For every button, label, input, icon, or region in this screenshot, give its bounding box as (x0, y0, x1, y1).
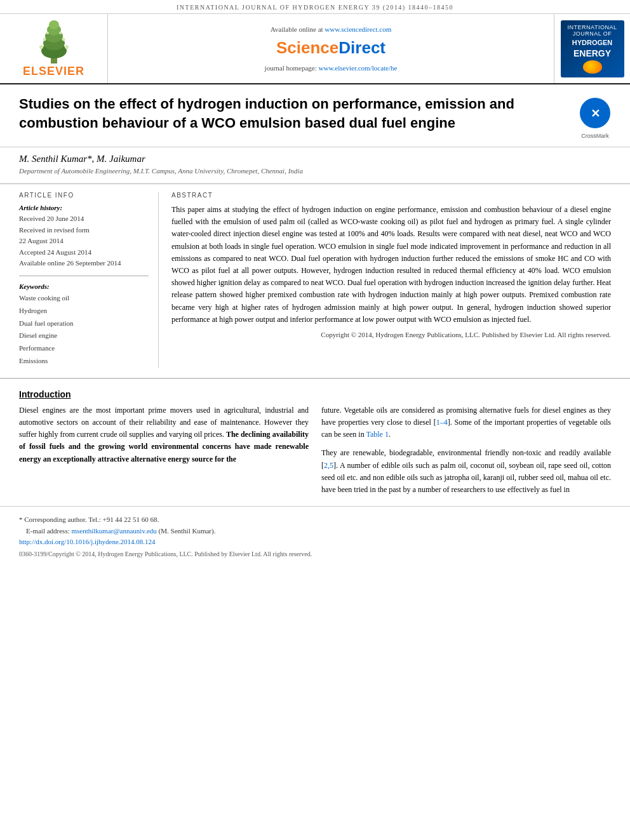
article-info-column: ARTICLE INFO Article history: Received 2… (19, 192, 159, 368)
journal-badge-section: International Journal of HYDROGEN ENERGY (554, 14, 630, 83)
intro-heading: Introduction (19, 389, 611, 399)
svg-point-10 (46, 32, 49, 34)
svg-point-8 (43, 38, 46, 41)
abstract-heading: ABSTRACT (171, 192, 611, 199)
introduction-section: Introduction Diesel engines are the most… (0, 378, 630, 496)
sciencedirect-link[interactable]: www.sciencedirect.com (325, 25, 391, 33)
intro-left-text: Diesel engines are the most important pr… (19, 404, 309, 465)
elsevier-tree-icon (29, 19, 79, 63)
keyword-5: Performance (19, 342, 149, 355)
keyword-2: Hydrogen (19, 305, 149, 317)
svg-point-9 (62, 38, 65, 41)
crossmark-badge: ✕ CrossMark (579, 97, 611, 139)
sciencedirect-logo: ScienceDirect (276, 38, 385, 58)
elsevier-wordmark: ELSEVIER (23, 65, 84, 78)
badge-name1: HYDROGEN (572, 39, 613, 47)
abstract-copyright: Copyright © 2014, Hydrogen Energy Public… (171, 331, 611, 338)
elsevier-logo-section: ELSEVIER (0, 14, 108, 83)
svg-point-7 (65, 45, 69, 49)
abstract-text: This paper aims at studying the effect o… (171, 204, 611, 326)
intro-right-text1: future. Vegetable oils are considered as… (321, 404, 611, 441)
journal-homepage-link: journal homepage: www.elsevier.com/locat… (265, 64, 398, 72)
article-title: Studies on the effect of hydrogen induct… (19, 95, 566, 132)
authors: M. Senthil Kumar*, M. Jaikumar (19, 154, 611, 164)
email-link[interactable]: msenthilkumar@annauniv.edu (71, 527, 156, 535)
keyword-6: Emissions (19, 355, 149, 368)
ref-1-4-link[interactable]: 1–4 (436, 418, 448, 427)
keywords-label: Keywords: (19, 283, 149, 290)
article-body-two-col: ARTICLE INFO Article history: Received 2… (0, 183, 630, 368)
history-label: Article history: (19, 204, 149, 211)
intro-columns: Diesel engines are the most important pr… (19, 404, 611, 496)
available-online-text: Available online at www.sciencedirect.co… (271, 25, 392, 33)
keywords-list: Waste cooking oil Hydrogen Dual fuel ope… (19, 292, 149, 368)
authors-section: M. Senthil Kumar*, M. Jaikumar Departmen… (0, 147, 630, 177)
sciencedirect-section: Available online at www.sciencedirect.co… (108, 14, 554, 83)
footer-doi: http://dx.doi.org/10.1016/j.ijhydene.201… (19, 537, 611, 548)
table1-link[interactable]: Table 1 (366, 430, 388, 439)
banner: ELSEVIER Available online at www.science… (0, 14, 630, 84)
footer-corresponding-note: * Corresponding author. Tel.: +91 44 22 … (19, 514, 611, 526)
footer-section: * Corresponding author. Tel.: +91 44 22 … (0, 506, 630, 563)
badge-circle-icon (583, 60, 602, 73)
keyword-1: Waste cooking oil (19, 292, 149, 305)
abstract-column: ABSTRACT This paper aims at studying the… (171, 192, 611, 368)
crossmark-icon: ✕ (579, 97, 611, 129)
article-info-heading: ARTICLE INFO (19, 192, 149, 199)
keyword-3: Dual fuel operation (19, 317, 149, 330)
affiliation: Department of Automobile Engineering, M.… (19, 167, 611, 175)
keyword-4: Diesel engine (19, 330, 149, 342)
svg-text:✕: ✕ (591, 107, 600, 120)
journal-badge: International Journal of HYDROGEN ENERGY (561, 20, 624, 77)
badge-subtitle: International Journal of (565, 24, 620, 38)
badge-name2: ENERGY (573, 48, 611, 58)
journal-header: INTERNATIONAL JOURNAL OF HYDROGEN ENERGY… (0, 0, 630, 14)
divider (19, 276, 149, 276)
received-date: Received 20 June 2014 Received in revise… (19, 213, 149, 269)
svg-point-5 (49, 20, 59, 29)
intro-left-col: Diesel engines are the most important pr… (19, 404, 309, 496)
article-title-section: Studies on the effect of hydrogen induct… (0, 84, 630, 147)
intro-right-col: future. Vegetable oils are considered as… (321, 404, 611, 496)
footer-copyright: 0360-3199/Copyright © 2014, Hydrogen Ene… (19, 550, 611, 557)
doi-link[interactable]: http://dx.doi.org/10.1016/j.ijhydene.201… (19, 538, 156, 545)
svg-point-11 (59, 32, 62, 34)
footer-email: E-mail address: msenthilkumar@annauniv.e… (19, 526, 611, 537)
svg-point-6 (39, 45, 43, 49)
elsevier-logo: ELSEVIER (23, 19, 84, 78)
ref-2-5-link[interactable]: 2,5 (324, 461, 333, 470)
intro-right-text2: They are renewable, biodegradable, envir… (321, 447, 611, 496)
